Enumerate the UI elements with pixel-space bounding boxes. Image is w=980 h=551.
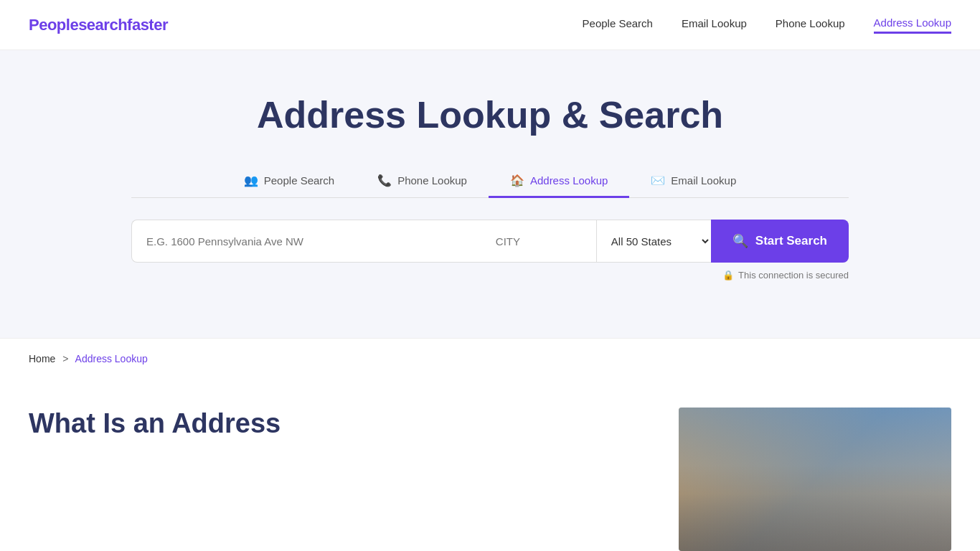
- address-input[interactable]: [131, 220, 481, 263]
- lock-icon: 🔒: [722, 270, 734, 281]
- city-image: [679, 408, 951, 551]
- tab-people-search-label: People Search: [264, 174, 334, 187]
- tab-email-lookup[interactable]: ✉️ Email Lookup: [629, 165, 758, 198]
- secure-text: This connection is secured: [738, 270, 849, 281]
- search-tabs: 👥 People Search 📞 Phone Lookup 🏠 Address…: [131, 165, 849, 198]
- breadcrumb: Home > Address Lookup: [0, 338, 980, 379]
- email-icon: ✉️: [651, 174, 665, 187]
- logo[interactable]: Peoplesearchfaster: [29, 16, 168, 34]
- lower-text-block: What Is an Address: [29, 408, 650, 551]
- nav-phone-lookup[interactable]: Phone Lookup: [776, 17, 845, 32]
- tab-phone-lookup[interactable]: 📞 Phone Lookup: [356, 165, 489, 198]
- nav: People Search Email Lookup Phone Lookup …: [583, 17, 951, 34]
- nav-address-lookup[interactable]: Address Lookup: [874, 17, 951, 34]
- home-icon: 🏠: [510, 174, 524, 187]
- city-input[interactable]: [481, 220, 596, 263]
- page-title: Address Lookup & Search: [29, 93, 951, 136]
- breadcrumb-current: Address Lookup: [75, 353, 148, 364]
- breadcrumb-separator: >: [62, 353, 68, 364]
- phone-icon: 📞: [377, 174, 392, 187]
- state-select[interactable]: All 50 States Alabama Alaska Arizona Ark…: [596, 220, 711, 263]
- breadcrumb-home[interactable]: Home: [29, 353, 55, 364]
- lower-section: What Is an Address: [0, 379, 980, 551]
- search-form: All 50 States Alabama Alaska Arizona Ark…: [131, 220, 849, 263]
- header: Peoplesearchfaster People Search Email L…: [0, 0, 980, 50]
- search-icon: 🔍: [732, 233, 748, 249]
- image-overlay: [679, 465, 951, 551]
- secure-notice: 🔒 This connection is secured: [131, 270, 849, 281]
- nav-people-search[interactable]: People Search: [583, 17, 653, 32]
- nav-email-lookup[interactable]: Email Lookup: [682, 17, 747, 32]
- tab-people-search[interactable]: 👥 People Search: [222, 165, 356, 198]
- start-search-button[interactable]: 🔍 Start Search: [711, 220, 849, 263]
- search-button-label: Start Search: [755, 234, 827, 248]
- hero-section: Address Lookup & Search 👥 People Search …: [0, 50, 980, 338]
- lower-title: What Is an Address: [29, 408, 650, 441]
- tab-phone-lookup-label: Phone Lookup: [397, 174, 467, 187]
- tab-email-lookup-label: Email Lookup: [671, 174, 736, 187]
- tab-address-lookup-label: Address Lookup: [530, 174, 608, 187]
- people-icon: 👥: [244, 174, 258, 187]
- tab-address-lookup[interactable]: 🏠 Address Lookup: [489, 165, 629, 198]
